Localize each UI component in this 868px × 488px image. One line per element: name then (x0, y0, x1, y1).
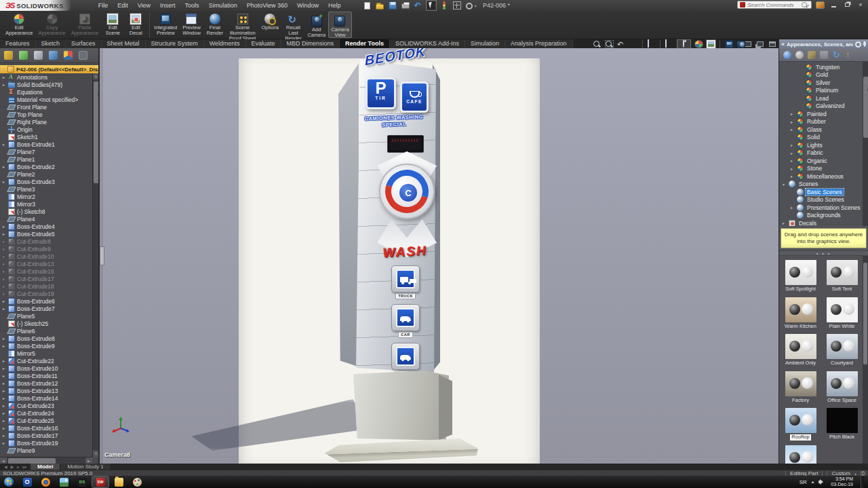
expand-arrow[interactable] (3, 426, 8, 430)
Pitch Black[interactable]: Pitch Black (823, 408, 861, 440)
expand-arrow[interactable] (791, 127, 797, 132)
expand-arrow[interactable] (783, 221, 789, 225)
feature-tree-item[interactable]: Cut-Extrude9 (0, 245, 92, 252)
Office Space[interactable]: Office Space (823, 371, 861, 404)
expand-arrow[interactable] (3, 366, 8, 371)
add-camera-button[interactable]: Add Camera (304, 12, 328, 38)
panel-splitter[interactable] (100, 48, 103, 464)
pane-options-icon[interactable] (79, 51, 87, 60)
expand-arrow[interactable] (3, 75, 8, 79)
print-icon[interactable] (401, 3, 410, 9)
scene-preview-image[interactable] (785, 260, 816, 285)
feature-tree-item[interactable]: Boss-Extrude7 (0, 305, 92, 312)
appearance-tree-item[interactable]: Scenes (779, 181, 868, 189)
Factory[interactable]: Factory (782, 371, 819, 404)
expand-arrow[interactable] (783, 182, 789, 187)
feature-tree-item[interactable]: Cut-Extrude23 (0, 402, 92, 409)
firefox-app-icon[interactable] (37, 476, 54, 487)
appearance-tree-item[interactable]: Organic (779, 157, 868, 165)
expand-arrow[interactable] (3, 411, 8, 415)
edit-appearance-hud-icon[interactable] (694, 40, 703, 48)
feature-tree-item[interactable]: Mirror5 (0, 350, 92, 357)
feature-tree-item[interactable]: Boss-Extrude16 (0, 424, 92, 432)
pin-icon[interactable] (863, 41, 866, 48)
scene-preview-image[interactable] (785, 445, 816, 464)
feature-tree-item[interactable]: Plane3 (0, 185, 92, 193)
appearance-tree-item[interactable]: Lights (779, 141, 868, 149)
integrated-preview-button[interactable]: Integrated Preview (149, 12, 180, 38)
expand-arrow[interactable] (3, 440, 8, 445)
feature-tree-item[interactable]: Right Plane (0, 118, 92, 126)
appearance-tree-item[interactable]: Gold (779, 71, 868, 79)
photos-app-icon[interactable] (56, 476, 72, 487)
camera-view-button[interactable]: Camera View (328, 12, 352, 38)
feature-tree-item[interactable]: Boss-Extrude19 (0, 439, 92, 447)
feature-tree-item[interactable]: Boss-Extrude6 (0, 297, 92, 305)
apply-scene-icon[interactable] (706, 40, 715, 48)
command-tab[interactable]: Render Tools (340, 39, 390, 48)
feature-tree-item[interactable]: Plane7 (0, 148, 92, 155)
expand-arrow[interactable] (3, 239, 8, 244)
feature-tree-item[interactable]: Mirror3 (0, 200, 92, 208)
feature-tree-root[interactable]: P42-006 (Default<<Default>_Display State… (0, 65, 98, 73)
expand-arrow[interactable] (3, 403, 8, 408)
expand-arrow[interactable] (3, 336, 8, 341)
expand-arrow[interactable] (3, 396, 8, 400)
expand-arrow[interactable] (791, 166, 797, 171)
command-tab[interactable]: Surfaces (66, 39, 102, 48)
collapse-chevron-icon[interactable]: « (781, 41, 785, 48)
view-orientation-icon[interactable] (642, 40, 655, 48)
scene-preview-image[interactable] (785, 334, 816, 359)
close-button[interactable]: × (856, 1, 865, 9)
scene-preview-image[interactable] (827, 334, 858, 359)
menu-item[interactable]: File (94, 0, 113, 11)
feature-tree-item[interactable]: Cut-Extrude19 (0, 290, 92, 297)
preview-window-button[interactable]: Preview Window (180, 12, 203, 38)
render-options-button[interactable]: Options (258, 12, 281, 38)
zoom-fit-icon[interactable] (592, 40, 601, 48)
view-options-icon[interactable] (453, 1, 461, 10)
feature-tree-item[interactable]: Boss-Extrude8 (0, 335, 92, 342)
expand-arrow[interactable] (791, 119, 797, 124)
appearance-tree-item[interactable]: Galvanized (779, 102, 868, 111)
featuremanager-tab-icon[interactable] (4, 51, 13, 60)
scrollbar-thumb[interactable] (94, 81, 98, 183)
scene-preview-image[interactable] (827, 371, 858, 396)
Courtyard[interactable]: Courtyard (823, 334, 861, 367)
expand-arrow[interactable] (3, 164, 8, 169)
feature-tree-item[interactable]: Top Plane (0, 111, 92, 118)
solidworks-app-icon[interactable] (92, 476, 108, 487)
feature-tree-item[interactable]: Origin (0, 126, 92, 133)
expand-arrow[interactable] (3, 246, 8, 251)
appearance-tree-item[interactable]: Rubber (779, 118, 868, 126)
display-style-icon[interactable] (660, 40, 673, 48)
propertymanager-tab-icon[interactable] (19, 51, 28, 60)
feature-tree-item[interactable]: Cut-Extrude17 (0, 275, 92, 282)
appearance-tree-item[interactable]: Studio Scenes (779, 196, 868, 204)
undo-icon[interactable] (414, 1, 422, 10)
feature-tree-item[interactable]: Boss-Extrude17 (0, 432, 92, 439)
scroll-up-icon[interactable]: ▲ (93, 73, 98, 79)
feature-tree-hscrollbar[interactable]: ◀ ▶ (0, 457, 92, 464)
feature-tree-item[interactable]: Boss-Extrude1 (0, 140, 92, 148)
scroll-right-icon[interactable]: ▶ (85, 457, 92, 464)
feature-tree-item[interactable]: Plane9 (0, 447, 92, 454)
Rooftop[interactable]: Rooftop (782, 408, 819, 440)
command-tab[interactable]: SOLIDWORKS Add-Ins (390, 39, 465, 48)
refresh-icon[interactable] (832, 51, 840, 59)
document-tab[interactable]: Model (31, 464, 60, 470)
window-tile-icon[interactable] (769, 41, 776, 47)
feature-tree-item[interactable]: Cut-Extrude16 (0, 267, 92, 275)
scroll-down-icon[interactable]: ▼ (93, 451, 98, 457)
zoom-area-icon[interactable] (604, 40, 613, 48)
scene-preview-image[interactable] (785, 408, 816, 433)
feature-tree-item[interactable]: Cut-Extrude25 (0, 417, 92, 424)
feature-tree-item[interactable]: Equations (0, 88, 92, 96)
expand-arrow[interactable] (3, 82, 8, 87)
expand-arrow[interactable] (3, 179, 8, 184)
command-tab[interactable]: Weldments (204, 39, 246, 48)
feature-tree-item[interactable]: Boss-Extrude5 (0, 230, 92, 238)
expand-arrow[interactable] (3, 231, 8, 236)
feature-tree-item[interactable]: Plane2 (0, 170, 92, 178)
final-render-button[interactable]: Final Render (203, 12, 226, 38)
